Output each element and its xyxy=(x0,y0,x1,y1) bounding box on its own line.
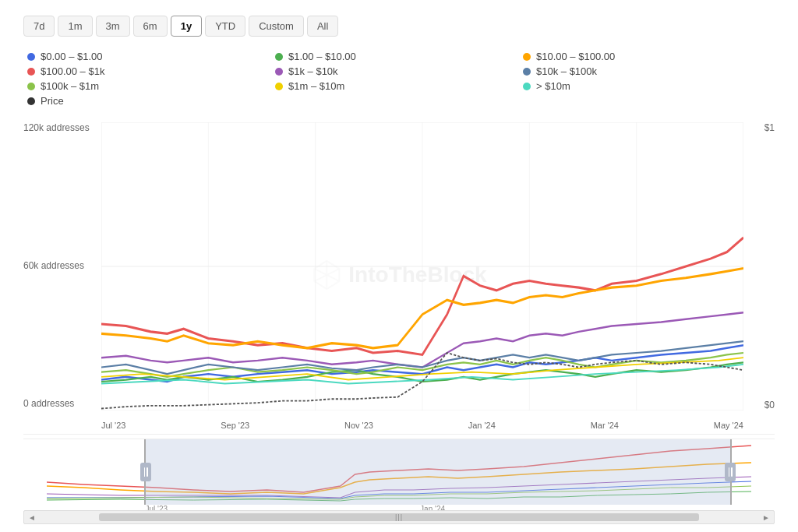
legend-label: > $10m xyxy=(536,80,570,92)
legend-label: $10k – $100k xyxy=(536,65,597,77)
legend-label: Price xyxy=(41,95,64,107)
navigator-right-handle[interactable] xyxy=(725,463,736,481)
legend-dot xyxy=(275,53,283,61)
x-axis-labels: Jul '23 Sep '23 Nov '23 Jan '24 Mar '24 … xyxy=(101,421,743,430)
y-axis-right: $1 $0 xyxy=(764,122,775,410)
time-btn-1y[interactable]: 1y xyxy=(171,16,202,37)
legend-item: $1k – $10k xyxy=(275,65,523,77)
legend-label: $100.00 – $1k xyxy=(41,65,104,77)
navigator[interactable]: Jul '23 Jan '24 ◄ ||| ► xyxy=(23,439,775,524)
x-label-6: May '24 xyxy=(714,421,743,430)
x-label-3: Nov '23 xyxy=(344,421,373,430)
legend-label: $1.00 – $10.00 xyxy=(288,51,356,62)
scroll-left-arrow[interactable]: ◄ xyxy=(28,513,36,522)
legend-item: > $10m xyxy=(523,80,771,92)
legend-dot xyxy=(27,68,35,76)
legend-dot xyxy=(27,83,35,90)
x-label-2: Sep '23 xyxy=(221,421,249,430)
chart-main: IntoTheBlock 120k addresses 60k addresse… xyxy=(23,122,775,435)
time-btn-7d[interactable]: 7d xyxy=(23,16,55,37)
legend-item: $0.00 – $1.00 xyxy=(27,51,275,62)
legend-label: $100k – $1m xyxy=(41,80,99,92)
y-label-bot: 0 addresses xyxy=(23,398,90,409)
legend-dot xyxy=(523,53,531,61)
legend-dot xyxy=(27,53,35,61)
time-btn-6m[interactable]: 6m xyxy=(133,16,168,37)
main-chart-svg xyxy=(101,122,743,410)
navigator-selection[interactable] xyxy=(144,439,732,505)
chart-svg-area xyxy=(101,122,743,410)
legend-dot xyxy=(523,83,531,90)
legend-item: $1m – $10m xyxy=(275,80,523,92)
x-label-5: Mar '24 xyxy=(591,421,619,430)
legend-label: $1k – $10k xyxy=(288,65,338,77)
legend-dot xyxy=(275,68,283,76)
chart-area: IntoTheBlock 120k addresses 60k addresse… xyxy=(23,122,775,524)
chart-legend: $0.00 – $1.00$1.00 – $10.00$10.00 – $100… xyxy=(23,51,775,107)
y-label-top: 120k addresses xyxy=(23,122,90,133)
time-btn-all[interactable]: All xyxy=(307,16,338,37)
legend-item: Price xyxy=(27,95,275,107)
time-btn-custom[interactable]: Custom xyxy=(249,16,304,37)
legend-item: $100.00 – $1k xyxy=(27,65,275,77)
y-right-top: $1 xyxy=(764,122,775,133)
legend-item: $10k – $100k xyxy=(523,65,771,77)
legend-label: $10.00 – $100.00 xyxy=(536,51,615,62)
scroll-thumb[interactable]: ||| xyxy=(99,513,699,521)
navigator-scrollbar[interactable]: ◄ ||| ► xyxy=(23,510,775,524)
y-label-mid: 60k addresses xyxy=(23,260,90,271)
scroll-right-arrow[interactable]: ► xyxy=(762,513,770,522)
time-btn-3m[interactable]: 3m xyxy=(96,16,130,37)
y-right-bot: $0 xyxy=(764,400,775,410)
time-btn-1m[interactable]: 1m xyxy=(58,16,92,37)
legend-label: $0.00 – $1.00 xyxy=(41,51,103,62)
legend-dot xyxy=(523,68,531,76)
navigator-left-handle[interactable] xyxy=(140,463,151,481)
time-range-selector: 7d1m3m6m1yYTDCustomAll xyxy=(23,16,775,37)
legend-label: $1m – $10m xyxy=(288,80,344,92)
y-axis-left: 120k addresses 60k addresses 0 addresses xyxy=(23,122,90,410)
main-container: 7d1m3m6m1yYTDCustomAll $0.00 – $1.00$1.0… xyxy=(0,0,798,532)
x-label-4: Jan '24 xyxy=(468,421,496,430)
legend-dot xyxy=(27,97,35,105)
x-label-1: Jul '23 xyxy=(101,421,125,430)
legend-item: $1.00 – $10.00 xyxy=(275,51,523,62)
legend-dot xyxy=(275,83,283,90)
legend-item: $10.00 – $100.00 xyxy=(523,51,771,62)
time-btn-ytd[interactable]: YTD xyxy=(205,16,245,37)
legend-item: $100k – $1m xyxy=(27,80,275,92)
